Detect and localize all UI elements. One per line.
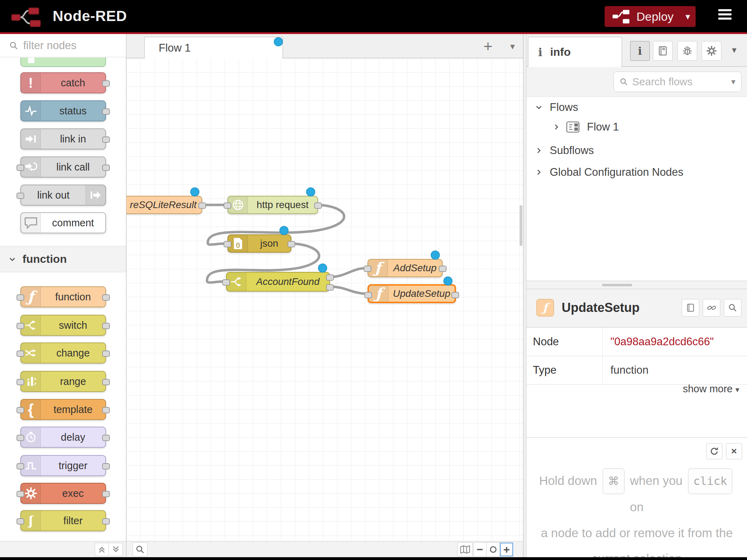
- port-in[interactable]: [16, 435, 24, 441]
- port-in[interactable]: [16, 379, 24, 385]
- palette-node-link-out[interactable]: link out: [20, 185, 106, 206]
- deploy-caret-icon[interactable]: ▾: [686, 11, 690, 22]
- chevron-right-icon[interactable]: [553, 123, 560, 131]
- expand-all-button[interactable]: [109, 543, 123, 556]
- collapse-all-button[interactable]: [95, 543, 109, 556]
- port-in[interactable]: [16, 518, 24, 525]
- sidebar-config-button[interactable]: [702, 41, 721, 61]
- canvas-search-button[interactable]: [133, 542, 147, 556]
- port-out[interactable]: [102, 323, 110, 329]
- port-in[interactable]: [364, 266, 371, 272]
- deploy-button[interactable]: Deploy ▾: [604, 6, 696, 27]
- chevron-down-icon[interactable]: [535, 104, 543, 111]
- port-out[interactable]: [102, 108, 110, 115]
- port-out[interactable]: [102, 463, 110, 469]
- node-help-button[interactable]: [682, 299, 699, 316]
- port-out[interactable]: [326, 274, 334, 281]
- chevron-right-icon[interactable]: [535, 168, 543, 176]
- port-out[interactable]: [102, 351, 110, 357]
- copy-link-button[interactable]: [703, 299, 720, 316]
- port-out[interactable]: [102, 407, 110, 413]
- zoom-out-button[interactable]: −: [473, 542, 487, 556]
- node-id-value[interactable]: "0a98aa9a2dcd6c66": [603, 328, 747, 356]
- sidebar-menu-caret[interactable]: ▾: [732, 45, 736, 55]
- palette-node-status[interactable]: status: [20, 100, 106, 121]
- palette-node-range[interactable]: range: [20, 371, 106, 392]
- tab-flow-1[interactable]: Flow 1: [144, 37, 283, 59]
- port-out[interactable]: [102, 491, 110, 497]
- port-in[interactable]: [222, 279, 230, 286]
- port-out[interactable]: [102, 294, 110, 301]
- port-in[interactable]: [364, 292, 372, 298]
- palette-node-exec[interactable]: exec: [20, 483, 106, 504]
- tree-item-global-config[interactable]: Global Configuration Nodes: [527, 164, 747, 180]
- tree-item-flows[interactable]: Flows: [527, 100, 747, 115]
- port-out[interactable]: [287, 241, 295, 247]
- tab-info[interactable]: i info: [528, 37, 622, 67]
- port-in[interactable]: [16, 294, 24, 301]
- port-in[interactable]: [224, 202, 231, 209]
- palette-node-link-in[interactable]: link in: [20, 128, 106, 149]
- flow-node-updatesetup[interactable]: ƒUpdateSetup: [368, 284, 456, 303]
- sidebar-info-button[interactable]: i: [630, 41, 650, 61]
- find-node-button[interactable]: [724, 299, 741, 316]
- port-out[interactable]: [102, 435, 110, 441]
- port-out[interactable]: [102, 379, 110, 385]
- palette-filter-input[interactable]: [23, 39, 111, 52]
- tree-item-subflows[interactable]: Subflows: [527, 142, 747, 159]
- port-in[interactable]: [16, 193, 24, 199]
- close-tip-button[interactable]: ×: [726, 443, 742, 459]
- navigator-button[interactable]: [457, 542, 473, 556]
- palette-node-filter[interactable]: ∫∫filter: [20, 510, 106, 531]
- flow-node-resqliteresult[interactable]: ƒreSQLiteResult: [126, 196, 202, 214]
- menu-button[interactable]: [718, 9, 732, 23]
- port-in[interactable]: [224, 241, 231, 247]
- palette-node-function[interactable]: ƒfunction: [20, 286, 106, 307]
- flow-canvas[interactable]: ƒreSQLiteResulthttp request{}jsonAccount…: [126, 58, 523, 541]
- port-out[interactable]: [102, 80, 110, 87]
- palette-node-link-call[interactable]: link call: [20, 156, 106, 178]
- palette-scroll-area[interactable]: function !catchstatuslink inlink calllin…: [0, 58, 126, 541]
- chevron-right-icon[interactable]: [535, 147, 543, 154]
- palette-node-switch[interactable]: switch: [20, 315, 106, 336]
- port-out[interactable]: [439, 266, 447, 272]
- show-more-link[interactable]: show more▾: [683, 383, 739, 395]
- palette-node-catch[interactable]: !catch: [20, 72, 106, 93]
- palette-node-change[interactable]: change: [20, 342, 106, 364]
- sidebar-help-button[interactable]: [653, 41, 673, 61]
- port-out[interactable]: [326, 284, 334, 291]
- palette-node-partial[interactable]: [20, 58, 106, 67]
- wire[interactable]: [331, 287, 366, 294]
- search-flows-input[interactable]: [632, 76, 720, 88]
- palette-node-template[interactable]: {template: [20, 399, 106, 420]
- port-in[interactable]: [16, 407, 24, 413]
- port-out[interactable]: [102, 165, 110, 171]
- flow-node-http-request[interactable]: http request: [227, 196, 318, 214]
- add-flow-button[interactable]: +: [479, 38, 497, 55]
- flow-node-addsetup[interactable]: ƒAddSetup: [368, 259, 443, 277]
- search-flows-box[interactable]: ▾: [614, 72, 741, 92]
- port-in[interactable]: [16, 165, 24, 171]
- zoom-in-button[interactable]: +: [500, 542, 513, 556]
- flow-list-button[interactable]: ▾: [505, 38, 520, 55]
- port-out[interactable]: [198, 202, 206, 209]
- port-out[interactable]: [451, 292, 459, 298]
- search-options-caret[interactable]: ▾: [731, 77, 735, 87]
- port-out[interactable]: [314, 202, 322, 209]
- palette-category-function[interactable]: function: [0, 246, 126, 272]
- info-splitter[interactable]: [527, 281, 747, 289]
- sidebar-splitter[interactable]: [523, 34, 527, 557]
- refresh-tip-button[interactable]: [706, 443, 722, 459]
- port-in[interactable]: [16, 463, 24, 469]
- palette-node-trigger[interactable]: trigger: [20, 455, 106, 476]
- port-in[interactable]: [16, 491, 24, 497]
- palette-node-comment[interactable]: comment: [20, 212, 106, 233]
- wire[interactable]: [331, 268, 366, 277]
- flow-node-json[interactable]: {}json: [227, 234, 291, 253]
- port-out[interactable]: [102, 136, 110, 143]
- port-out[interactable]: [102, 518, 110, 525]
- port-in[interactable]: [16, 351, 24, 357]
- palette-node-delay[interactable]: delay: [20, 427, 106, 448]
- tree-item-flow-1[interactable]: Flow 1: [527, 118, 747, 136]
- canvas-vertical-scrollbar[interactable]: [520, 205, 522, 246]
